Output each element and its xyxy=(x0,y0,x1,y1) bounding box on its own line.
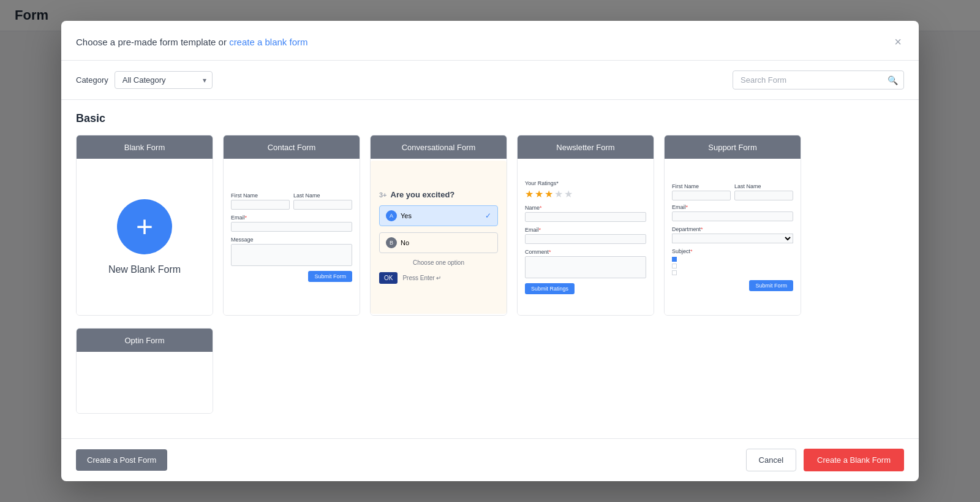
conv-letter-b: B xyxy=(386,237,397,248)
optin-form-header-text: Optin Form xyxy=(124,336,164,345)
form-cards-grid: Blank Form + New Blank Form Contact Form xyxy=(76,135,904,316)
cancel-button[interactable]: Cancel xyxy=(746,449,796,471)
modal-close-button[interactable]: × xyxy=(892,33,904,50)
section-basic-title: Basic xyxy=(76,112,904,125)
support-email-label: Email* xyxy=(672,204,793,210)
conv-choose-hint: Choose one option xyxy=(379,259,498,266)
conv-step: 3+ xyxy=(379,191,387,199)
contact-first-name-label: First Name xyxy=(231,192,290,199)
star-4: ★ xyxy=(554,188,563,200)
newsletter-form-header-text: Newsletter Form xyxy=(556,143,614,152)
blank-form-preview: + New Blank Form xyxy=(77,159,213,315)
support-dept-label: Department* xyxy=(672,226,793,232)
blank-form-icon: + xyxy=(117,199,172,254)
category-label: Category xyxy=(76,75,108,85)
contact-form-card-header: Contact Form xyxy=(224,135,360,159)
newsletter-form-card[interactable]: Newsletter Form Your Ratings* ★ ★ ★ ★ xyxy=(517,135,654,316)
contact-email-label: Email* xyxy=(231,215,352,221)
blank-form-header-text: Blank Form xyxy=(124,143,165,152)
search-box: 🔍 xyxy=(733,70,904,89)
optin-cards-row: Optin Form xyxy=(76,328,904,414)
conversational-form-card[interactable]: Conversational Form 3+ Are you excited? … xyxy=(370,135,507,316)
support-form-header-text: Support Form xyxy=(708,143,756,152)
conversational-form-preview: 3+ Are you excited? A Yes ✓ xyxy=(371,159,507,315)
newsletter-mock: Your Ratings* ★ ★ ★ ★ ★ Name* xyxy=(525,180,646,294)
star-2: ★ xyxy=(535,188,543,200)
ratings-label: Your Ratings* xyxy=(525,180,646,186)
optin-form-card-header: Optin Form xyxy=(77,329,213,352)
contact-form-mock: First Name Last Name Email* xyxy=(231,192,352,282)
modal-toolbar: Category All Category 🔍 xyxy=(61,61,919,100)
newsletter-form-preview: Your Ratings* ★ ★ ★ ★ ★ Name* xyxy=(518,159,654,315)
star-1: ★ xyxy=(525,188,533,200)
contact-last-name-label: Last Name xyxy=(293,192,352,199)
conv-check-icon: ✓ xyxy=(485,211,491,220)
stars-row: ★ ★ ★ ★ ★ xyxy=(525,188,646,200)
conv-ok-btn: OK xyxy=(379,272,398,284)
conversational-form-header-text: Conversational Form xyxy=(402,143,476,152)
optin-form-preview xyxy=(77,352,213,413)
create-post-form-button[interactable]: Create a Post Form xyxy=(76,449,167,471)
support-form-preview: First Name Last Name Email* xyxy=(665,159,801,315)
conv-option-no-text: No xyxy=(401,239,409,246)
conv-letter-a: A xyxy=(386,210,397,221)
support-subject-label: Subject* xyxy=(672,248,793,254)
conv-enter-hint: Press Enter ↵ xyxy=(402,275,441,281)
newsletter-comment-label: Comment* xyxy=(525,249,646,255)
plus-icon: + xyxy=(136,212,153,241)
conv-ok-row: OK Press Enter ↵ xyxy=(379,272,498,284)
conv-option-yes-text: Yes xyxy=(401,212,412,219)
newsletter-submit-btn: Submit Ratings xyxy=(525,283,575,294)
support-last-name-label: Last Name xyxy=(734,183,793,189)
support-dept-select xyxy=(672,234,793,243)
blank-form-label: New Blank Form xyxy=(108,264,181,275)
create-blank-form-link[interactable]: create a blank form xyxy=(229,37,307,47)
modal: Choose a pre-made form template or creat… xyxy=(61,21,919,481)
contact-form-preview: First Name Last Name Email* xyxy=(224,159,360,315)
modal-body: Basic Blank Form + New Blank Form xyxy=(61,100,919,438)
support-checkboxes xyxy=(672,257,793,275)
category-selector: Category All Category xyxy=(76,71,213,89)
conv-question-text: Are you excited? xyxy=(391,190,455,199)
contact-submit-btn: Submit Form xyxy=(308,271,352,282)
blank-form-card-header: Blank Form xyxy=(77,135,213,159)
newsletter-email-label: Email* xyxy=(525,227,646,233)
support-form-card[interactable]: Support Form First Name Last Name xyxy=(664,135,801,316)
newsletter-form-card-header: Newsletter Form xyxy=(518,135,654,159)
footer-right-actions: Cancel Create a Blank Form xyxy=(746,449,904,471)
blank-form-card[interactable]: Blank Form + New Blank Form xyxy=(76,135,213,316)
modal-footer: Create a Post Form Cancel Create a Blank… xyxy=(61,438,919,481)
conv-option-no: B No xyxy=(379,232,498,253)
contact-message-label: Message xyxy=(231,237,352,243)
support-mock: First Name Last Name Email* xyxy=(672,183,793,291)
conv-question: 3+ Are you excited? xyxy=(379,190,498,199)
category-select-wrapper[interactable]: All Category xyxy=(115,71,213,89)
create-blank-form-button[interactable]: Create a Blank Form xyxy=(804,449,904,471)
support-form-card-header: Support Form xyxy=(665,135,801,159)
support-first-name-label: First Name xyxy=(672,183,731,189)
contact-form-card[interactable]: Contact Form First Name Last Name xyxy=(223,135,360,316)
conversational-form-card-header: Conversational Form xyxy=(371,135,507,159)
modal-overlay: Choose a pre-made form template or creat… xyxy=(0,0,980,502)
modal-intro-text: Choose a pre-made form template or xyxy=(76,37,229,47)
contact-form-header-text: Contact Form xyxy=(268,143,316,152)
category-select[interactable]: All Category xyxy=(115,71,213,89)
modal-header: Choose a pre-made form template or creat… xyxy=(61,21,919,61)
support-submit-btn: Submit Form xyxy=(749,280,793,291)
search-input[interactable] xyxy=(733,70,904,89)
star-5: ★ xyxy=(564,188,573,200)
conv-mock: 3+ Are you excited? A Yes ✓ xyxy=(371,161,507,314)
optin-form-card[interactable]: Optin Form xyxy=(76,328,213,414)
newsletter-name-label: Name* xyxy=(525,205,646,211)
modal-header-text: Choose a pre-made form template or creat… xyxy=(76,37,308,47)
conv-option-yes: A Yes ✓ xyxy=(379,205,498,226)
star-3: ★ xyxy=(545,188,553,200)
